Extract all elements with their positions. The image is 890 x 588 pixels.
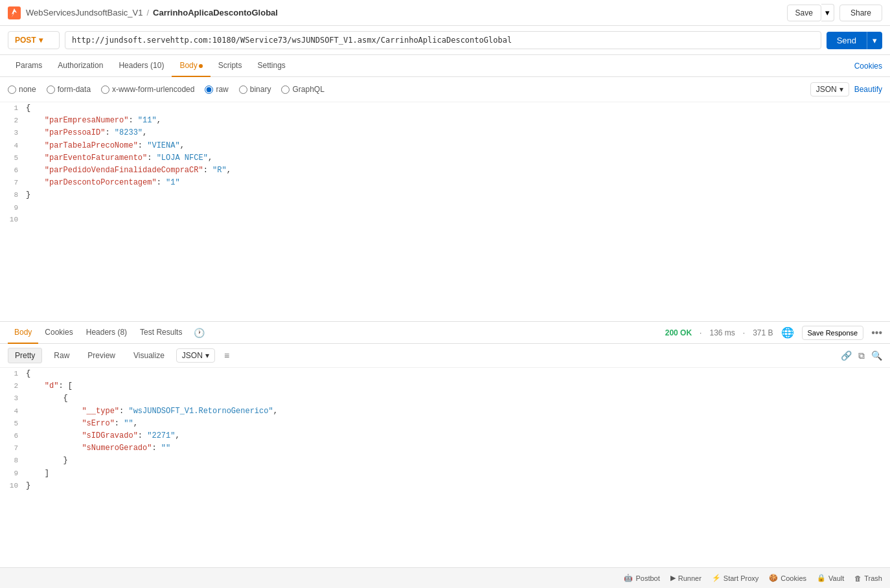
globe-icon[interactable]: 🌐: [781, 326, 794, 339]
resp-tab-testresults[interactable]: Test Results: [133, 322, 188, 344]
breadcrumb: WebServicesJundsoftBasic_V1 / CarrinhoAp…: [26, 8, 278, 17]
copy-icon[interactable]: ⧉: [858, 350, 865, 361]
save-button[interactable]: Save: [787, 5, 821, 21]
search-response-icon[interactable]: 🔍: [871, 350, 882, 361]
tab-scripts[interactable]: Scripts: [211, 55, 250, 77]
body-type-none[interactable]: none: [8, 85, 36, 94]
top-bar: WebServicesJundsoftBasic_V1 / CarrinhoAp…: [0, 0, 890, 26]
start-proxy-label: Start Proxy: [724, 574, 759, 582]
link-icon[interactable]: 🔗: [841, 350, 852, 361]
resp-view-pretty[interactable]: Pretty: [8, 348, 42, 363]
response-format-bar: Pretty Raw Preview Visualize JSON ▾ ≡ 🔗 …: [0, 344, 890, 368]
tab-body[interactable]: Body: [172, 55, 210, 77]
breadcrumb-current: CarrinhoAplicaDescontoGlobal: [153, 8, 278, 17]
url-input[interactable]: [65, 31, 821, 49]
response-icons: 🔗 ⧉ 🔍: [841, 350, 882, 361]
wrap-icon[interactable]: ≡: [224, 350, 229, 361]
code-line: 5 "parEventoFaturamento": "LOJA NFCE",: [0, 152, 890, 164]
resp-view-preview[interactable]: Preview: [81, 348, 122, 363]
save-dropdown-button[interactable]: ▾: [821, 4, 834, 21]
tab-params[interactable]: Params: [8, 55, 50, 77]
format-label: JSON: [816, 85, 837, 94]
history-icon[interactable]: 🕐: [194, 328, 205, 338]
cookies-status-label: Cookies: [781, 574, 806, 582]
code-line: 2 "parEmpresaNumero": "11",: [0, 115, 890, 127]
status-bar: 🤖 Postbot ▶ Runner ⚡ Start Proxy 🍪 Cooki…: [0, 567, 890, 588]
vault-label: Vault: [828, 574, 844, 582]
method-select[interactable]: POST ▾: [8, 31, 60, 49]
top-bar-actions: Save ▾ Share: [787, 4, 882, 21]
resp-view-raw[interactable]: Raw: [47, 348, 76, 363]
more-options-icon[interactable]: •••: [871, 327, 882, 339]
body-type-raw[interactable]: raw: [205, 85, 228, 94]
postbot-icon: 🤖: [624, 574, 633, 582]
send-dropdown-button[interactable]: ▾: [867, 32, 882, 49]
breadcrumb-parent[interactable]: WebServicesJundsoftBasic_V1: [26, 8, 143, 17]
code-line: 7 "sNumeroGerado": "": [0, 442, 890, 455]
body-type-bar: none form-data x-www-form-urlencoded raw…: [0, 77, 890, 102]
response-code-editor[interactable]: 1 { 2 "d": [ 3 { 4 "__type": "wsJUNDSOFT…: [0, 368, 890, 567]
code-line: 4 "parTabelaPrecoNome": "VIENA",: [0, 140, 890, 152]
breadcrumb-separator: /: [146, 8, 149, 17]
format-dropdown-icon: ▾: [839, 85, 843, 94]
code-line: 9 ]: [0, 468, 890, 480]
status-ok: 200 OK: [665, 328, 692, 337]
proxy-icon: ⚡: [712, 574, 721, 582]
save-response-button[interactable]: Save Response: [802, 326, 864, 340]
request-body-section: 1 { 2 "parEmpresaNumero": "11", 3 "parPe…: [0, 102, 890, 321]
status-sep2: ·: [743, 328, 745, 337]
response-tabs: Body Cookies Headers (8) Test Results 🕐 …: [0, 322, 890, 344]
cookies-link[interactable]: Cookies: [854, 62, 882, 71]
code-line: 7 "parDescontoPorcentagem": "1": [0, 177, 890, 189]
code-line: 5 "sErro": "",: [0, 418, 890, 430]
body-type-formdata[interactable]: form-data: [47, 85, 91, 94]
start-proxy-button[interactable]: ⚡ Start Proxy: [712, 574, 759, 582]
format-select[interactable]: JSON ▾: [810, 82, 849, 96]
beautify-button[interactable]: Beautify: [854, 85, 882, 94]
response-time: 136 ms: [709, 328, 735, 337]
resp-tab-headers[interactable]: Headers (8): [80, 322, 133, 344]
code-line: 6 "sIDGravado": "2271",: [0, 430, 890, 442]
vault-button[interactable]: 🔒 Vault: [817, 574, 844, 582]
tab-headers[interactable]: Headers (10): [111, 55, 172, 77]
trash-label: Trash: [864, 574, 882, 582]
trash-icon: 🗑: [854, 574, 861, 582]
body-type-graphql[interactable]: GraphQL: [281, 85, 324, 94]
method-label: POST: [15, 36, 36, 45]
tab-settings[interactable]: Settings: [249, 55, 293, 77]
response-size: 371 B: [753, 328, 773, 337]
body-type-urlencoded[interactable]: x-www-form-urlencoded: [101, 85, 194, 94]
trash-button[interactable]: 🗑 Trash: [854, 574, 882, 582]
status-sep1: ·: [700, 328, 702, 337]
request-tabs: Params Authorization Headers (10) Body S…: [0, 55, 890, 77]
body-dot: [199, 64, 203, 68]
code-line: 1 {: [0, 102, 890, 115]
share-button[interactable]: Share: [839, 5, 882, 21]
response-format-dropdown-icon: ▾: [205, 351, 209, 360]
response-format-label: JSON: [182, 351, 203, 360]
url-bar: POST ▾ Send ▾: [0, 26, 890, 55]
body-type-binary[interactable]: binary: [239, 85, 271, 94]
send-button[interactable]: Send: [827, 32, 867, 49]
tab-authorization[interactable]: Authorization: [50, 55, 111, 77]
postbot-label: Postbot: [635, 574, 659, 582]
resp-tab-cookies[interactable]: Cookies: [38, 322, 79, 344]
vault-icon: 🔒: [817, 574, 826, 582]
postbot-button[interactable]: 🤖 Postbot: [624, 574, 659, 582]
runner-button[interactable]: ▶ Runner: [670, 574, 702, 582]
body-format-area: JSON ▾ Beautify: [810, 82, 882, 96]
request-body-editor[interactable]: 1 { 2 "parEmpresaNumero": "11", 3 "parPe…: [0, 102, 890, 321]
code-line: 6 "parPedidoVendaFinalidadeCompraCR": "R…: [0, 164, 890, 177]
code-line: 9: [0, 202, 890, 214]
resp-tab-body[interactable]: Body: [8, 322, 38, 344]
cookies-icon: 🍪: [769, 574, 778, 582]
code-line: 1 {: [0, 368, 890, 380]
app-logo: [8, 6, 21, 19]
response-section: Body Cookies Headers (8) Test Results 🕐 …: [0, 321, 890, 567]
code-line: 3 "parPessoaID": "8233",: [0, 127, 890, 139]
resp-view-visualize[interactable]: Visualize: [127, 348, 171, 363]
code-line: 8 }: [0, 189, 890, 201]
runner-label: Runner: [678, 574, 702, 582]
response-format-select[interactable]: JSON ▾: [176, 348, 215, 363]
cookies-status-button[interactable]: 🍪 Cookies: [769, 574, 806, 582]
